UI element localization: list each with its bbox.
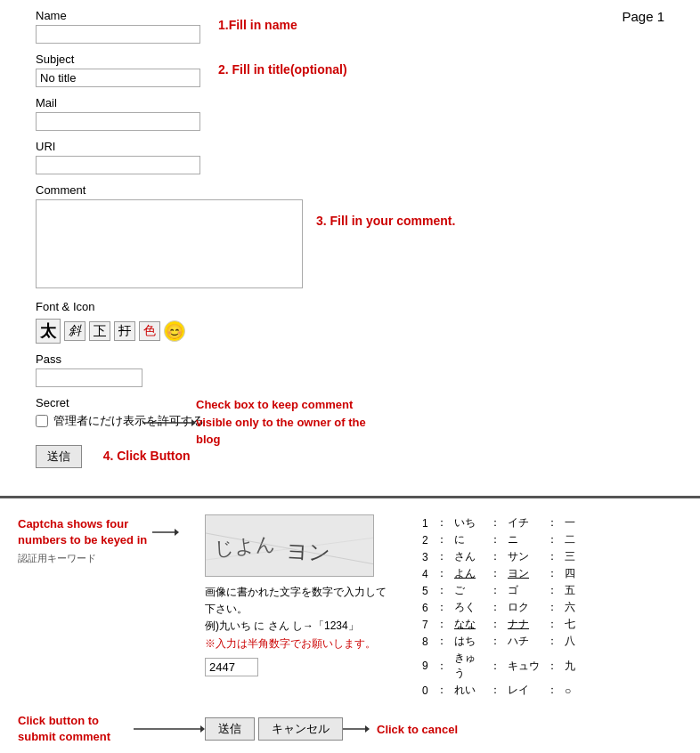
- captcha-image: じよん ヨン: [205, 514, 374, 577]
- kana-cell: れい: [451, 682, 486, 699]
- uri-row: URI: [36, 140, 664, 174]
- svg-marker-11: [365, 725, 370, 733]
- kana-cell: キュウ: [504, 650, 543, 682]
- pass-label: Pass: [36, 352, 664, 366]
- font-icon-buttons: 太 斜 下 打 色 😊: [36, 319, 664, 344]
- kana-cell: ロク: [504, 599, 543, 616]
- kana-cell: ：: [433, 599, 451, 616]
- kana-cell: 一: [561, 514, 579, 531]
- captcha-section: Captcha shows four numbers to be keyed i…: [0, 507, 196, 706]
- kana-cell: 7: [419, 616, 433, 633]
- color-button[interactable]: 色: [139, 321, 160, 341]
- page2-submit-button[interactable]: 送信: [205, 717, 255, 741]
- kana-cell: ：: [543, 682, 561, 699]
- comment-textarea[interactable]: [36, 199, 303, 288]
- kana-cell: ニ: [504, 531, 543, 548]
- kana-cell: ：: [433, 582, 451, 599]
- kana-cell: ：: [486, 682, 504, 699]
- page2-section: Captcha shows four numbers to be keyed i…: [0, 498, 700, 753]
- svg-marker-3: [175, 529, 179, 536]
- mail-input[interactable]: [36, 112, 200, 131]
- annotation-3: 3. Fill in your comment.: [316, 214, 455, 228]
- kana-cell: ：: [486, 514, 504, 531]
- captcha-input[interactable]: [205, 658, 258, 676]
- cancel-annotation: Click to cancel: [377, 723, 458, 736]
- kana-cell: ：: [543, 514, 561, 531]
- kana-cell: 四: [561, 565, 579, 582]
- mail-label: Mail: [36, 96, 664, 109]
- kana-cell: ヨン: [504, 565, 543, 582]
- captcha-input-row: [205, 658, 392, 676]
- secret-checkbox[interactable]: [36, 415, 48, 427]
- subject-label: Subject: [36, 53, 664, 66]
- subject-input[interactable]: [36, 69, 200, 87]
- kana-cell: ：: [543, 650, 561, 682]
- font-icon-row: Font & Icon 太 斜 下 打 色 😊: [36, 300, 664, 344]
- underline-button[interactable]: 下: [89, 321, 110, 341]
- captcha-instructions: 画像に書かれた文字を数字で入力して下さい。 例)九いち に さん し→「1234…: [205, 584, 392, 652]
- kana-cell: ハチ: [504, 633, 543, 650]
- kana-cell: ：: [433, 682, 451, 699]
- kana-table: 1：いち：イチ：一2：に：ニ：二3：さん：サン：三4：よん：ヨン：四5：ご：ゴ：…: [419, 514, 579, 699]
- kana-cell: ：: [543, 548, 561, 565]
- kana-cell: ご: [451, 582, 486, 599]
- kana-cell: 0: [419, 682, 433, 699]
- cancel-button[interactable]: キャンセル: [258, 717, 343, 741]
- secret-annotation: Check box to keep comment visible only t…: [196, 396, 401, 449]
- kana-cell: ：: [486, 531, 504, 548]
- captcha-image-section: じよん ヨン 画像に書かれた文字を数字で入力して下さい。 例)九いち に さん …: [196, 507, 401, 706]
- kana-cell: 五: [561, 582, 579, 599]
- kana-cell: ：: [486, 650, 504, 682]
- kana-cell: 九: [561, 650, 579, 682]
- kana-table-section: 1：いち：イチ：一2：に：ニ：二3：さん：サン：三4：よん：ヨン：四5：ご：ゴ：…: [401, 507, 700, 706]
- page2-bottom: Click button to submit comment 送信 キャンセル …: [0, 706, 700, 752]
- kana-cell: ：: [433, 531, 451, 548]
- kana-cell: ○: [561, 682, 579, 699]
- kana-cell: 七: [561, 616, 579, 633]
- bottom-buttons: 送信 キャンセル: [205, 717, 343, 741]
- kana-cell: 6: [419, 599, 433, 616]
- emoji-button[interactable]: 😊: [164, 320, 185, 342]
- kana-cell: なな: [451, 616, 486, 633]
- kana-cell: ：: [486, 599, 504, 616]
- submit-annotation: Click button to submit comment: [18, 713, 134, 745]
- comment-label: Comment: [36, 183, 664, 197]
- kana-cell: 9: [419, 650, 433, 682]
- comment-row: Comment: [36, 183, 664, 291]
- kana-cell: ：: [543, 599, 561, 616]
- annotation-2: 2. Fill in title(optional): [218, 62, 347, 77]
- name-row: Name: [36, 9, 664, 44]
- page1-label: Page 1: [622, 9, 664, 24]
- kana-cell: ：: [543, 582, 561, 599]
- kana-cell: ：: [433, 548, 451, 565]
- kana-cell: 4: [419, 565, 433, 582]
- kana-cell: さん: [451, 548, 486, 565]
- kana-cell: 二: [561, 531, 579, 548]
- page2-top: Captcha shows four numbers to be keyed i…: [0, 507, 700, 706]
- kana-cell: イチ: [504, 514, 543, 531]
- name-input[interactable]: [36, 25, 200, 44]
- kana-cell: 5: [419, 582, 433, 599]
- italic-button[interactable]: 斜: [64, 321, 85, 341]
- uri-input[interactable]: [36, 156, 200, 174]
- kana-cell: ：: [433, 565, 451, 582]
- uri-label: URI: [36, 140, 664, 153]
- kana-cell: いち: [451, 514, 486, 531]
- pass-row: Pass: [36, 352, 664, 387]
- submit-button[interactable]: 送信: [36, 445, 82, 468]
- kana-cell: ：: [486, 582, 504, 599]
- kana-cell: 3: [419, 548, 433, 565]
- kana-cell: 8: [419, 633, 433, 650]
- kana-cell: ：: [433, 514, 451, 531]
- kana-cell: ：: [486, 548, 504, 565]
- captcha-annotation: Captcha shows four numbers to be keyed i…: [18, 516, 147, 548]
- kana-cell: ろく: [451, 599, 486, 616]
- kana-cell: きゅう: [451, 650, 486, 682]
- annotation-1: 1.Fill in name: [218, 18, 297, 32]
- subject-row: Subject: [36, 53, 664, 87]
- pass-input[interactable]: [36, 368, 142, 387]
- submit-row: 送信 4. Click Button: [36, 445, 664, 468]
- kana-cell: ：: [543, 616, 561, 633]
- bold-button[interactable]: 太: [36, 319, 61, 344]
- strikethrough-button[interactable]: 打: [114, 321, 135, 341]
